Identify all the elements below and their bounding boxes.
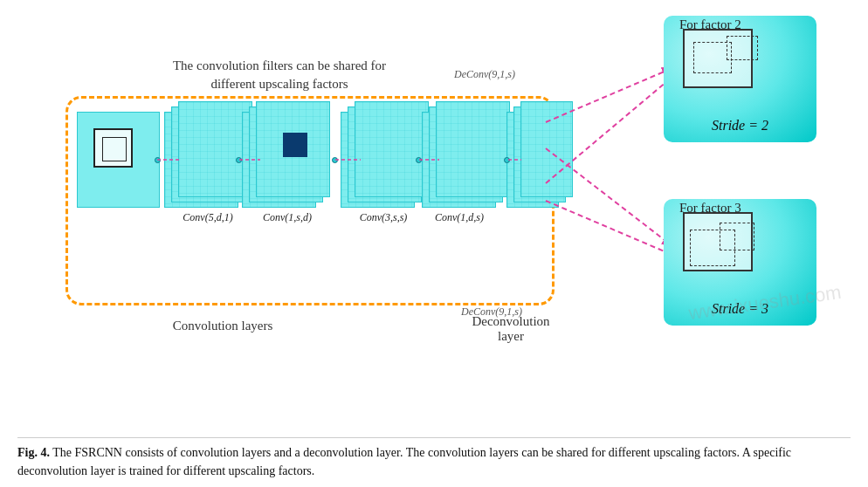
factor2-box: Stride = 2 bbox=[664, 16, 816, 142]
input-layer bbox=[77, 112, 160, 208]
conv-layers-label: Convolution layers bbox=[144, 319, 301, 333]
caption: Fig. 4. The FSRCNN consists of convoluti… bbox=[17, 437, 851, 480]
connector-dot-4 bbox=[416, 157, 422, 163]
factor3-inner-rect2 bbox=[720, 223, 754, 250]
deconv-layer-label: Deconvolution layer bbox=[463, 314, 559, 344]
dark-feature-square bbox=[283, 133, 307, 157]
label-conv2: Conv(1,s,d) bbox=[251, 211, 323, 224]
factor2-title: For factor 2 bbox=[679, 17, 741, 32]
factor3-box: Stride = 3 bbox=[664, 199, 816, 326]
deconv-top-label-1: DeConv(9,1,s) bbox=[437, 68, 533, 81]
conv-layer-4c bbox=[436, 101, 510, 197]
connector-dot-2 bbox=[236, 157, 242, 163]
diagram-title: The convolution filters can be shared fo… bbox=[114, 57, 445, 93]
conv-layer-2c bbox=[256, 101, 330, 197]
diagram-area: The convolution filters can be shared fo… bbox=[17, 9, 851, 375]
factor3-stride-label: Stride = 3 bbox=[664, 301, 816, 317]
connector-dot-3 bbox=[332, 157, 338, 163]
label-conv3: Conv(3,s,s) bbox=[348, 211, 419, 224]
label-conv1: Conv(5,d,1) bbox=[173, 211, 243, 224]
deconv-layer-c bbox=[520, 101, 573, 197]
connector-dot-1 bbox=[155, 157, 161, 163]
svg-line-3 bbox=[546, 201, 672, 255]
input-layer-inner-rect bbox=[102, 137, 127, 161]
main-container: The convolution filters can be shared fo… bbox=[0, 0, 868, 487]
connector-dot-5 bbox=[504, 157, 510, 163]
factor3-title: For factor 3 bbox=[679, 201, 741, 216]
factor2-stride-label: Stride = 2 bbox=[664, 118, 816, 134]
caption-bold: Fig. 4. bbox=[17, 446, 50, 459]
conv-layer-3c bbox=[355, 101, 429, 197]
factor2-inner bbox=[683, 29, 761, 94]
factor3-inner bbox=[683, 212, 761, 278]
caption-text: The FSRCNN consists of convolution layer… bbox=[17, 446, 791, 477]
input-layer-outer-rect bbox=[93, 128, 133, 168]
label-conv4: Conv(1,d,s) bbox=[424, 211, 495, 224]
factor2-inner-rect2 bbox=[727, 36, 758, 60]
